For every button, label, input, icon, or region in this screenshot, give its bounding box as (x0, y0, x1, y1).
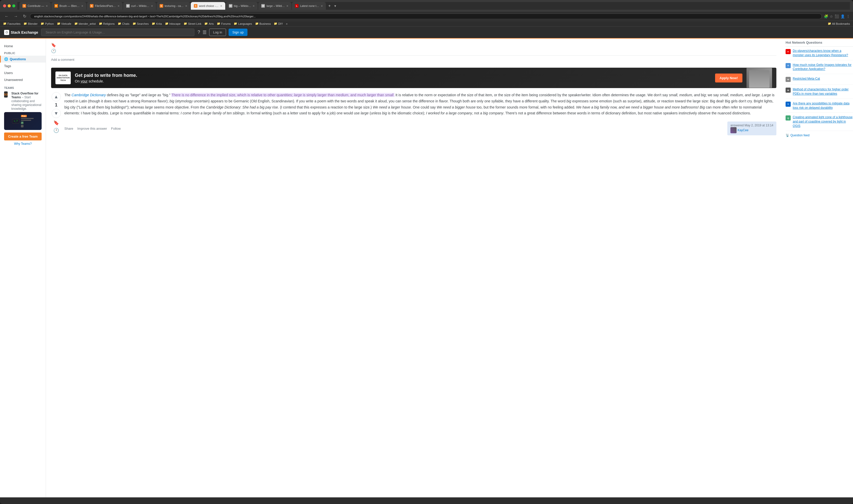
bookmark-blender-artist[interactable]: 📁 blender_artist (74, 22, 96, 25)
tab-favicon-word-choice: S (194, 4, 197, 8)
bookmark-street-link[interactable]: 📁 Street Link (184, 22, 201, 25)
tab-close-fileselectpars[interactable]: ✕ (118, 5, 120, 7)
tab-large-wiktio[interactable]: W large – Wikti… ✕ (258, 2, 291, 10)
teams-section: TEAMS SO Stack Overflow for Teams – Star… (0, 83, 46, 149)
hq-link-4[interactable]: Method of characteristics for higher ord… (793, 87, 853, 96)
share-answer-link[interactable]: Share (64, 127, 73, 130)
minimize-window-button[interactable] (8, 4, 11, 7)
se-logo[interactable]: ⬡ Stack Exchange (4, 30, 38, 35)
hq-link-5[interactable]: Are there any possibilities to mitigate … (793, 101, 853, 110)
tab-close-contribute[interactable]: ✕ (46, 5, 48, 7)
tab-brush[interactable]: B Brush — Blen… ✕ (51, 2, 86, 10)
bookmark-religions[interactable]: 📁 Religions (99, 22, 115, 25)
tab-close-texturing[interactable]: ✕ (185, 5, 187, 7)
folder-icon: 📁 (184, 22, 187, 25)
tab-label-large-wiktio: large – Wikti… (266, 4, 285, 7)
sidebar-item-users[interactable]: Users (0, 69, 46, 76)
screenshot-icon[interactable]: ⬛ (835, 14, 839, 18)
maximize-window-button[interactable] (12, 4, 15, 7)
sidebar-item-unanswered[interactable]: Unanswered (0, 76, 46, 83)
ad-apply-button[interactable]: Apply Now! (715, 74, 743, 83)
tab-favicon-contribute: S (22, 4, 26, 8)
bookmark-post-icon[interactable]: 🔖 (51, 43, 56, 48)
tab-curl[interactable]: W curl – Wiktio… ✕ (123, 2, 156, 10)
profile-icon[interactable]: 👤 (840, 14, 845, 18)
tab-latest-none[interactable]: L Latest none t… ✕ (292, 2, 326, 10)
create-team-button[interactable]: Create a free Team (4, 132, 42, 140)
bookmark-label: Business (260, 22, 271, 25)
tab-close-curl[interactable]: ✕ (151, 5, 153, 7)
bookmark-python[interactable]: 📁 Python (41, 22, 54, 25)
tab-big-wiktio[interactable]: W big – Wiktio… ✕ (226, 2, 258, 10)
history-icon[interactable]: 🕐 (51, 49, 56, 53)
question-feed-link[interactable]: 📡 Question feed (786, 133, 853, 137)
hot-question-1: D Do players/characters know when a mons… (786, 49, 853, 60)
bookmark-label: Krita (156, 22, 162, 25)
bookmark-favourites[interactable]: 📁 Favourites (3, 22, 20, 25)
help-button[interactable]: ? (197, 30, 200, 35)
bookmark-searches[interactable]: 📁 Searches (132, 22, 149, 25)
upvote-button[interactable]: ▲ (52, 92, 61, 101)
why-teams-link[interactable]: Why Teams? (4, 142, 42, 146)
tab-close-large-wiktio[interactable]: ✕ (286, 5, 288, 7)
bookmark-diy[interactable]: 📁 DIY (274, 22, 283, 25)
improve-answer-link[interactable]: Improve this answer (77, 127, 107, 130)
tab-word-choice[interactable]: S word choice -… ✕ (191, 2, 225, 10)
bookmark-languages[interactable]: 📁 Languages (234, 22, 252, 25)
tab-favicon-latest-none: L (295, 4, 299, 8)
bookmark-answer-button[interactable]: 🔖 (53, 120, 59, 126)
hq-site-icon-4: M (786, 88, 791, 93)
close-window-button[interactable] (3, 4, 6, 7)
tab-list-button[interactable]: ▾ (334, 4, 336, 8)
tab-close-word-choice[interactable]: ✕ (220, 5, 222, 7)
tab-close-brush[interactable]: ✕ (81, 5, 83, 7)
bookmark-label: Forums (221, 22, 231, 25)
signup-button[interactable]: Sign up (229, 29, 247, 36)
sidebar-item-questions[interactable]: 🌐 Questions (0, 56, 46, 62)
hq-site-icon-3: M (786, 77, 791, 82)
bookmark-krita[interactable]: 📁 Krita (152, 22, 162, 25)
hq-link-1[interactable]: Do players/characters know when a monste… (793, 49, 853, 57)
bookmark-arts[interactable]: 📁 Arts (204, 22, 214, 25)
tab-close-big-wiktio[interactable]: ✕ (253, 5, 255, 7)
se-search-input[interactable] (41, 29, 194, 36)
hq-link-2[interactable]: How much noise Getty Images tolerates fo… (793, 63, 853, 71)
back-button[interactable]: ← (3, 14, 10, 19)
follow-answer-link[interactable]: Follow (111, 127, 121, 130)
menu-icon[interactable]: ⋮ (846, 14, 850, 18)
bookmark-vietcafe[interactable]: 📁 Vietcafe (57, 22, 72, 25)
tab-texturing[interactable]: S texturing - ca… ✕ (157, 2, 191, 10)
tab-contribute[interactable]: S Contribute — ✕ (19, 2, 51, 10)
hq-link-6[interactable]: Creating animated light cone of a lighth… (793, 115, 853, 128)
user-name[interactable]: KayCee (738, 128, 749, 132)
hq-link-3[interactable]: Restricted Meta-Cat (793, 77, 820, 81)
bookmark-inkscape[interactable]: 📁 Inkscape (165, 22, 181, 25)
tab-label-latest-none: Latest none t… (300, 4, 319, 7)
bookmark-more[interactable]: » (286, 22, 288, 25)
bookmark-all[interactable]: 📁 All Bookmarks (828, 22, 850, 25)
forward-button[interactable]: → (12, 14, 19, 19)
tab-fileselectpars[interactable]: S FileSelectPars… ✕ (87, 2, 123, 10)
downvote-button[interactable]: ▼ (52, 109, 61, 118)
refresh-button[interactable]: ↻ (21, 13, 28, 19)
bookmark-chats[interactable]: 📁 Chats (118, 22, 129, 25)
folder-icon: 📁 (118, 22, 121, 25)
inbox-button[interactable]: ☰ (202, 30, 207, 35)
bookmark-icon[interactable]: ☆ (830, 14, 833, 18)
sidebar-item-tags[interactable]: Tags (0, 62, 46, 69)
terminal-widget: >_? (12, 119, 19, 124)
cambridge-dict-link[interactable]: Cambridge Dictionary (72, 93, 106, 97)
bookmark-business[interactable]: 📁 Business (255, 22, 271, 25)
history-answer-button[interactable]: 🕐 (53, 128, 59, 133)
folder-icon: 📁 (132, 22, 136, 25)
bookmark-blender[interactable]: 📁 Blender (23, 22, 38, 25)
address-input[interactable] (30, 14, 822, 19)
bookmark-forums[interactable]: 📁 Forums (217, 22, 231, 25)
new-tab-button[interactable]: + (326, 3, 333, 9)
teams-illustration: >_? Free ✓ (4, 112, 42, 130)
login-button[interactable]: Log in (209, 29, 226, 36)
add-comment-area[interactable]: Add a comment (51, 55, 776, 64)
extensions-icon[interactable]: 🧩 (824, 14, 828, 18)
sidebar-item-home[interactable]: Home (0, 43, 46, 50)
tab-close-latest-none[interactable]: ✕ (321, 5, 323, 7)
